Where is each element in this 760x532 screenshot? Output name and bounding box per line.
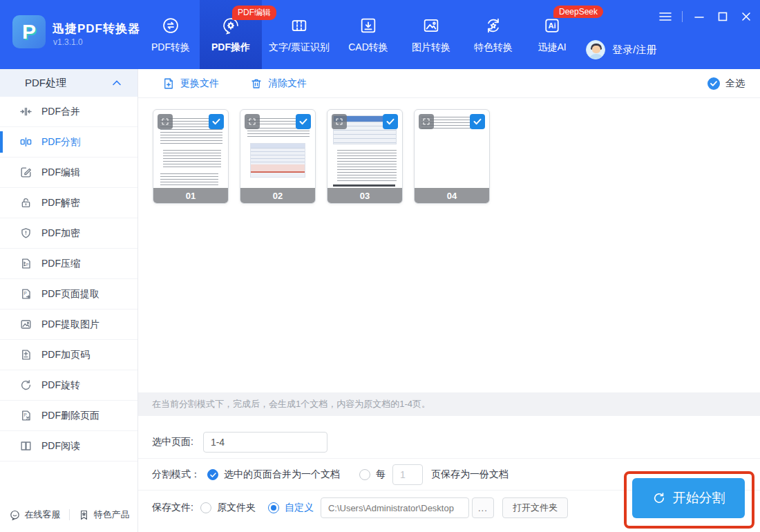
- user-login[interactable]: 登录/注册: [586, 40, 656, 59]
- sidebar-footer: 在线客服 特色产品: [0, 509, 138, 521]
- cad-convert-icon: [358, 15, 379, 36]
- extract-image-icon: [19, 318, 32, 331]
- nav-pdf-convert[interactable]: PDF转换: [142, 0, 200, 69]
- pdf-edit-badge: PDF编辑: [232, 6, 276, 20]
- featured-products[interactable]: 特色产品: [78, 509, 130, 521]
- trash-icon: [250, 77, 263, 90]
- add-page-number-icon: [19, 348, 32, 361]
- select-all-toggle[interactable]: 全选: [707, 69, 745, 98]
- app-version: v1.3.1.0: [53, 37, 83, 47]
- expand-icon[interactable]: [158, 114, 173, 129]
- book-icon: [19, 439, 32, 453]
- mode-merge-radio[interactable]: [207, 469, 218, 480]
- replace-files-button[interactable]: 更换文件: [162, 77, 219, 90]
- page-number-badge: 01: [153, 188, 228, 203]
- header: P 迅捷PDF转换器 v1.3.1.0 PDF转换 PDF编辑 PDF操作: [0, 0, 760, 69]
- ai-icon: Ai: [542, 15, 562, 36]
- sidebar-item-pdf-split[interactable]: PDF分割: [0, 127, 137, 158]
- sidebar-item-pdf-compress[interactable]: P PDF压缩: [0, 249, 137, 279]
- minimize-button[interactable]: [692, 10, 706, 23]
- menu-icon[interactable]: [658, 10, 672, 23]
- sidebar-item-pdf-merge[interactable]: PDF合并: [0, 97, 137, 127]
- thumbnail-grid: 01 02: [153, 109, 490, 204]
- page-checkbox[interactable]: [209, 114, 224, 129]
- thumb-table: [250, 143, 305, 178]
- main-nav: PDF转换 PDF编辑 PDF操作 文字/票证识别 CAD转换: [142, 0, 580, 69]
- mode-every-radio[interactable]: [359, 469, 370, 480]
- merge-icon: [19, 105, 32, 118]
- sidebar-items: PDF合并 PDF分割 PDF编辑 PDF解密 PDF加密 P PDF压缩: [0, 97, 137, 462]
- delete-page-icon: P: [19, 409, 32, 422]
- avatar: [586, 40, 605, 59]
- page-number-badge: 04: [415, 188, 489, 203]
- nav-pdf-operate[interactable]: PDF编辑 PDF操作: [200, 0, 262, 69]
- selected-pages-input[interactable]: [203, 432, 327, 453]
- mode-every-prefix: 每: [376, 468, 386, 481]
- extract-page-icon: P: [19, 287, 32, 301]
- expand-icon[interactable]: [332, 114, 347, 129]
- nav-special-convert[interactable]: 特色转换: [462, 0, 524, 69]
- selected-pages-row: 选中页面:: [138, 426, 760, 459]
- sidebar-item-pdf-read[interactable]: PDF阅读: [0, 431, 137, 462]
- page-checkbox[interactable]: [296, 114, 311, 129]
- nav-xunjie-ai[interactable]: DeepSeek Ai 迅捷AI: [524, 0, 580, 69]
- open-folder-button[interactable]: 打开文件夹: [502, 497, 568, 518]
- sidebar-item-pdf-delete-pages[interactable]: P PDF删除页面: [0, 401, 137, 431]
- page-thumbnail-4[interactable]: 04: [414, 109, 490, 204]
- svg-text:P: P: [26, 263, 29, 267]
- logo-p-icon: P: [22, 20, 36, 44]
- page-number-badge: 02: [240, 188, 315, 203]
- online-support[interactable]: 在线客服: [9, 509, 61, 521]
- shield-icon: [19, 227, 32, 240]
- select-all-label: 全选: [725, 77, 745, 90]
- svg-text:P: P: [24, 412, 27, 417]
- maximize-button[interactable]: [716, 10, 730, 23]
- sidebar-item-pdf-encrypt[interactable]: PDF加密: [0, 218, 137, 249]
- split-mode-label: 分割模式：: [152, 468, 200, 481]
- status-text: 在当前分割模式下，完成后，会生成1个文档，内容为原文档的1-4页。: [152, 398, 430, 410]
- mode-merge-label: 选中的页面合并为一个文档: [224, 468, 340, 481]
- compress-icon: P: [19, 257, 32, 270]
- save-original-label: 原文件夹: [217, 502, 256, 514]
- chat-icon: [9, 509, 21, 521]
- save-custom-label: 自定义: [285, 502, 314, 514]
- browse-folder-button[interactable]: ...: [472, 497, 494, 518]
- page-thumbnail-2[interactable]: 02: [240, 109, 316, 204]
- sidebar-item-pdf-decrypt[interactable]: PDF解密: [0, 188, 137, 218]
- page-thumbnail-3[interactable]: 03: [327, 109, 403, 204]
- sidebar: PDF处理 PDF合并 PDF分割 PDF编辑 PDF解密 PDF加: [0, 69, 138, 532]
- featured-products-label: 特色产品: [94, 509, 130, 521]
- close-button[interactable]: [739, 10, 753, 23]
- page-checkbox[interactable]: [383, 114, 398, 129]
- split-icon: [19, 135, 32, 149]
- start-split-label: 开始分割: [673, 489, 725, 507]
- save-path-input[interactable]: [321, 497, 469, 518]
- expand-icon[interactable]: [419, 114, 434, 129]
- nav-image-convert[interactable]: 图片转换: [400, 0, 462, 69]
- sidebar-item-pdf-page-numbers[interactable]: PDF加页码: [0, 340, 137, 370]
- pdf-convert-icon: [160, 15, 181, 36]
- split-result-status: 在当前分割模式下，完成后，会生成1个文档，内容为原文档的1-4页。: [138, 392, 760, 416]
- expand-icon[interactable]: [245, 114, 260, 129]
- ocr-icon: [289, 15, 310, 36]
- pages-per-doc-input[interactable]: [392, 464, 423, 485]
- sidebar-item-pdf-rotate[interactable]: PDF旋转: [0, 370, 137, 401]
- page-thumbnail-1[interactable]: 01: [153, 109, 229, 204]
- image-convert-icon: [421, 15, 441, 36]
- sidebar-section-header[interactable]: PDF处理: [0, 69, 137, 97]
- clear-files-button[interactable]: 清除文件: [250, 77, 307, 90]
- login-label: 登录/注册: [612, 44, 656, 57]
- sidebar-item-pdf-extract-images[interactable]: PDF提取图片: [0, 310, 137, 340]
- sidebar-item-pdf-edit[interactable]: PDF编辑: [0, 158, 137, 188]
- start-split-button[interactable]: 开始分割: [632, 478, 745, 518]
- save-custom-radio[interactable]: [268, 502, 279, 513]
- nav-cad-convert[interactable]: CAD转换: [336, 0, 400, 69]
- main-panel: 更换文件 清除文件 全选: [138, 69, 760, 532]
- selected-pages-label: 选中页面:: [152, 436, 193, 448]
- deepseek-badge: DeepSeek: [553, 6, 603, 18]
- sidebar-section-title: PDF处理: [25, 77, 66, 90]
- page-checkbox[interactable]: [470, 114, 485, 129]
- save-original-radio[interactable]: [200, 502, 211, 513]
- split-spinner-icon: [652, 491, 666, 505]
- sidebar-item-pdf-extract-pages[interactable]: P PDF页面提取: [0, 279, 137, 310]
